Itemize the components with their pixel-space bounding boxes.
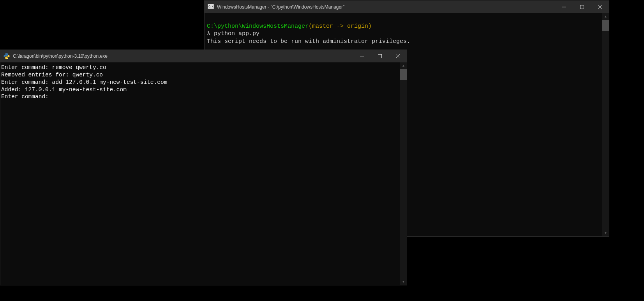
svg-point-4	[5, 54, 6, 54]
maximize-button[interactable]	[573, 1, 591, 13]
python-title-text: C:\laragon\bin\python\python-3.10\python…	[13, 53, 108, 59]
close-button[interactable]	[389, 50, 407, 62]
terminal-line: Removed entries for: qwerty.co	[1, 71, 406, 79]
python-icon	[4, 53, 10, 59]
maximize-button[interactable]	[371, 50, 389, 62]
close-button[interactable]	[591, 1, 609, 13]
scrollbar-up-icon[interactable]: ▲	[400, 62, 407, 69]
scrollbar-down-icon[interactable]: ▼	[602, 230, 609, 236]
cmd-icon: C:\	[208, 4, 214, 10]
terminal-line: Enter command: remove qwerty.co	[1, 64, 406, 71]
python-console-window: C:\laragon\bin\python\python-3.10\python…	[0, 50, 407, 285]
command-text: python app.py	[214, 30, 259, 37]
minimize-button[interactable]	[353, 50, 371, 62]
cmder-titlebar[interactable]: C:\ WindowsHostsManager - "C:\python\Win…	[205, 1, 609, 13]
terminal-line	[207, 15, 607, 23]
terminal-line: Enter command:	[1, 93, 406, 101]
python-titlebar[interactable]: C:\laragon\bin\python\python-3.10\python…	[0, 50, 407, 62]
terminal-line: Enter command: add 127.0.0.1 my-new-test…	[1, 79, 406, 86]
lambda-symbol: λ	[207, 30, 210, 37]
cmder-title-text: WindowsHostsManager - "C:\python\Windows…	[217, 4, 344, 10]
python-scrollbar[interactable]: ▲ ▼	[400, 62, 407, 285]
prompt-line: C:\python\WindowsHostsManager(master -> …	[207, 23, 607, 30]
output-line: This script needs to be run with adminis…	[207, 38, 607, 46]
prompt-path: C:\python\WindowsHostsManager	[207, 23, 309, 30]
prompt-branch: (master -> origin)	[309, 23, 372, 30]
scrollbar-thumb[interactable]	[400, 69, 407, 80]
scrollbar-thumb[interactable]	[602, 20, 609, 31]
python-window-controls	[353, 50, 407, 62]
svg-rect-1	[580, 5, 584, 9]
terminal-line: Added: 127.0.0.1 my-new-test-site.com	[1, 86, 406, 94]
scrollbar-up-icon[interactable]: ▲	[602, 13, 609, 20]
svg-rect-7	[378, 55, 382, 58]
command-line: λ python app.py	[207, 30, 607, 38]
scrollbar-down-icon[interactable]: ▼	[400, 278, 407, 285]
svg-point-5	[7, 58, 7, 58]
python-terminal-body[interactable]: Enter command: remove qwerty.coRemoved e…	[0, 62, 407, 285]
cmder-window-controls	[555, 1, 609, 13]
minimize-button[interactable]	[555, 1, 573, 13]
cmder-scrollbar[interactable]: ▲ ▼	[602, 13, 609, 236]
